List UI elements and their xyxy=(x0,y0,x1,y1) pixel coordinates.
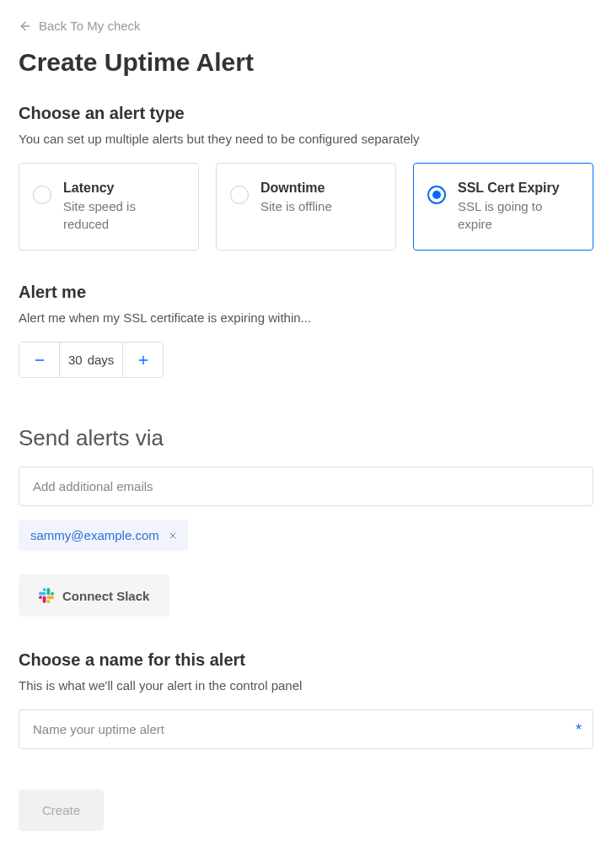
alert-type-label: Latency xyxy=(63,181,185,196)
stepper-decrement[interactable] xyxy=(19,342,60,377)
days-stepper: 30 days xyxy=(19,342,164,378)
alert-type-desc: You can set up multiple alerts but they … xyxy=(19,132,593,146)
back-link-label: Back To My check xyxy=(39,19,141,33)
alert-me-title: Alert me xyxy=(19,283,593,302)
minus-icon xyxy=(33,353,46,367)
create-button[interactable]: Create xyxy=(19,790,104,831)
required-star-icon: * xyxy=(576,720,582,738)
alert-name-input[interactable] xyxy=(19,709,593,749)
email-chip-label: sammy@example.com xyxy=(30,528,159,542)
alert-type-sublabel: Site speed is reduced xyxy=(63,197,185,233)
slack-button-label: Connect Slack xyxy=(62,589,149,603)
alert-type-downtime[interactable]: Downtime Site is offline xyxy=(216,163,396,251)
email-input[interactable] xyxy=(19,466,593,506)
alert-type-sublabel: SSL is going to expire xyxy=(458,197,579,233)
alert-me-desc: Alert me when my SSL certificate is expi… xyxy=(19,310,593,325)
arrow-left-icon xyxy=(19,19,32,33)
name-section-desc: This is what we'll call your alert in th… xyxy=(19,678,593,693)
plus-icon xyxy=(137,353,150,367)
stepper-increment[interactable] xyxy=(122,342,163,377)
connect-slack-button[interactable]: Connect Slack xyxy=(19,574,169,617)
alert-type-latency[interactable]: Latency Site speed is reduced xyxy=(19,163,199,251)
radio-icon xyxy=(33,186,51,204)
alert-type-sublabel: Site is offline xyxy=(260,197,382,215)
radio-icon xyxy=(427,186,446,204)
stepper-value: 30 days xyxy=(60,342,122,377)
radio-icon xyxy=(230,186,249,204)
name-input-wrap: * xyxy=(19,709,593,749)
name-section-title: Choose a name for this alert xyxy=(19,650,593,670)
alert-type-label: SSL Cert Expiry xyxy=(458,181,579,196)
alert-type-title: Choose an alert type xyxy=(19,104,593,123)
send-alerts-title: Send alerts via xyxy=(19,425,593,451)
alert-type-row: Latency Site speed is reduced Downtime S… xyxy=(19,163,593,251)
close-icon[interactable] xyxy=(168,531,178,541)
email-chip: sammy@example.com xyxy=(19,520,188,551)
back-link[interactable]: Back To My check xyxy=(19,19,593,33)
slack-icon xyxy=(39,588,54,603)
alert-type-label: Downtime xyxy=(260,181,382,196)
stepper-unit: days xyxy=(88,353,115,367)
stepper-number: 30 xyxy=(68,353,83,367)
alert-type-ssl-expiry[interactable]: SSL Cert Expiry SSL is going to expire xyxy=(413,163,593,251)
page-title: Create Uptime Alert xyxy=(19,48,593,77)
